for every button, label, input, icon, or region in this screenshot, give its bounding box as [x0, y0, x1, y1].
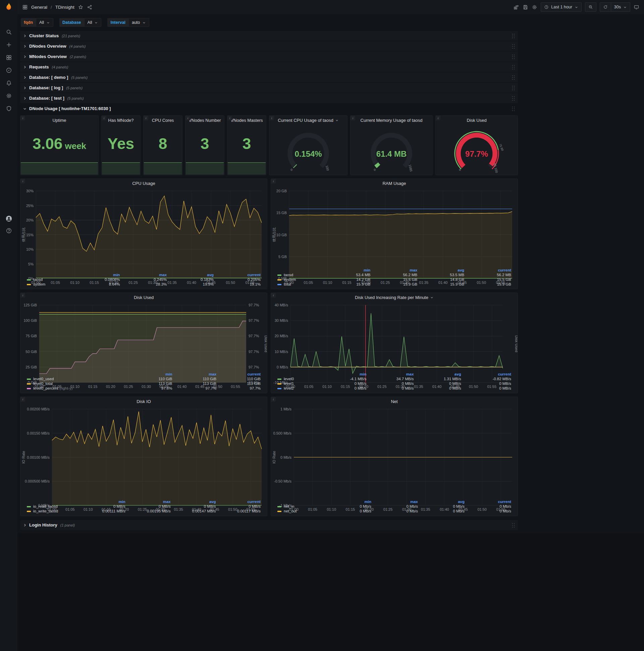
- legend-col-max[interactable]: max: [174, 372, 218, 376]
- row-dnodes-overview[interactable]: DNodes Overview(4 panels): [20, 41, 518, 51]
- row-drag-handle[interactable]: [512, 96, 515, 101]
- panel-title[interactable]: CPU Cores: [152, 118, 174, 123]
- legend-col-current[interactable]: current: [463, 372, 513, 376]
- legend-series-level0_percent[interactable]: level0_percent (right-y): [25, 386, 130, 391]
- panel-info-icon[interactable]: i: [21, 293, 25, 298]
- ram-usage-chart[interactable]: 0 MB5 GB10 GB15 GB20 GB01:0001:0501:1001…: [271, 188, 518, 268]
- legend-col-max[interactable]: max: [127, 499, 172, 504]
- legend-col-current[interactable]: current: [218, 499, 262, 504]
- panel-title[interactable]: VNodes Number: [189, 118, 221, 123]
- cpu-usage-chart[interactable]: 0%5%10%15%20%25%30%01:0001:0501:1001:150…: [21, 188, 267, 273]
- row-drag-handle[interactable]: [512, 33, 515, 39]
- row-drag-handle[interactable]: [512, 43, 515, 49]
- legend-series-net_in[interactable]: net_in: [276, 504, 326, 509]
- row-drag-handle[interactable]: [512, 64, 515, 70]
- row-cluster-status[interactable]: Cluster Status(21 panels): [20, 31, 518, 41]
- row-database-test[interactable]: Database: [ test ](5 panels): [20, 93, 518, 103]
- legend-col-current[interactable]: current: [466, 268, 513, 273]
- explore-compass-icon[interactable]: [6, 67, 12, 73]
- grafana-logo-icon[interactable]: [3, 2, 14, 13]
- legend-col-avg[interactable]: avg: [419, 268, 466, 273]
- legend-series-level0_used[interactable]: level0_used: [25, 376, 130, 381]
- legend-series-system[interactable]: system: [276, 277, 325, 282]
- row-drag-handle[interactable]: [512, 54, 515, 59]
- legend-series-io_write_taosd[interactable]: io_write_taosd: [25, 509, 83, 514]
- time-range-picker[interactable]: Last 1 hour: [541, 2, 582, 12]
- panel-title[interactable]: VNodes Masters: [230, 118, 263, 123]
- legend-series-level0[interactable]: level0: [276, 376, 321, 381]
- configuration-gear-icon[interactable]: [6, 93, 12, 99]
- variable-interval-value[interactable]: auto: [128, 18, 149, 27]
- variable-database-value[interactable]: All: [84, 18, 102, 27]
- panel-title[interactable]: Disk Used: [466, 118, 486, 123]
- legend-col-avg[interactable]: avg: [172, 499, 218, 504]
- search-icon[interactable]: [6, 29, 12, 35]
- create-plus-icon[interactable]: [6, 41, 12, 48]
- row-mnodes-overview[interactable]: MNodes Overview(2 panels): [20, 52, 518, 61]
- legend-series-level1[interactable]: level1: [276, 381, 321, 386]
- panel-info-icon[interactable]: i: [143, 116, 148, 121]
- admin-shield-icon[interactable]: [6, 105, 12, 112]
- legend-series-level2[interactable]: level2: [276, 386, 321, 391]
- legend-col-min[interactable]: min: [321, 372, 368, 376]
- row-requests[interactable]: Requests(4 panels): [20, 62, 518, 72]
- disk-io-chart[interactable]: 0 MB/s0.000500 MB/s0.00100 MB/s0.00150 M…: [21, 406, 267, 499]
- share-icon[interactable]: [87, 4, 93, 10]
- legend-series-taosd[interactable]: taosd: [25, 277, 75, 282]
- variable-fqdn-value[interactable]: All: [36, 18, 53, 27]
- row-drag-handle[interactable]: [512, 523, 515, 528]
- panel-info-icon[interactable]: i: [21, 397, 25, 402]
- row-drag-handle[interactable]: [512, 85, 515, 91]
- legend-series-io_read_taosd[interactable]: io_read_taosd: [25, 504, 83, 509]
- net-chart[interactable]: -1 Mb/s-0.50 Mb/s0 Mb/s0.500 Mb/s1 Mb/s0…: [271, 406, 518, 499]
- legend-col-max[interactable]: max: [372, 268, 419, 273]
- legend-col-min[interactable]: min: [326, 499, 373, 504]
- legend-col-current[interactable]: current: [218, 372, 262, 376]
- disk-rate-chart[interactable]: -10 MB/s0 MB/s10 MB/s20 MB/s30 MB/s40 MB…: [271, 302, 518, 372]
- panel-info-icon[interactable]: i: [271, 179, 276, 184]
- legend-col-min[interactable]: min: [325, 268, 372, 273]
- panel-info-icon[interactable]: i: [351, 116, 355, 121]
- panel-title[interactable]: Disk IO: [136, 399, 151, 404]
- panel-title[interactable]: RAM Usage: [382, 181, 406, 186]
- refresh-interval-select[interactable]: 30s: [611, 2, 630, 12]
- panel-info-icon[interactable]: i: [227, 116, 232, 121]
- legend-col-avg[interactable]: avg: [416, 372, 463, 376]
- panel-info-icon[interactable]: i: [186, 116, 190, 121]
- legend-col-min[interactable]: min: [130, 372, 174, 376]
- refresh-button[interactable]: [600, 2, 611, 12]
- panel-info-icon[interactable]: i: [271, 397, 276, 402]
- save-dashboard-icon[interactable]: [523, 4, 528, 10]
- legend-col-current[interactable]: current: [215, 273, 262, 277]
- row-drag-handle[interactable]: [512, 106, 515, 112]
- panel-title[interactable]: Disk Used Increasing Rate per Minute: [355, 295, 428, 300]
- user-avatar[interactable]: [6, 215, 12, 222]
- legend-col-min[interactable]: min: [75, 273, 122, 277]
- breadcrumb-section[interactable]: General: [31, 5, 47, 10]
- panel-info-icon[interactable]: i: [436, 116, 441, 121]
- legend-col-current[interactable]: current: [466, 499, 513, 504]
- legend-col-avg[interactable]: avg: [420, 499, 466, 504]
- legend-series-system[interactable]: system: [25, 282, 75, 286]
- legend-col-max[interactable]: max: [373, 499, 420, 504]
- star-icon[interactable]: [78, 4, 84, 10]
- panel-title[interactable]: CPU Usage: [132, 181, 155, 186]
- dashboard-settings-gear-icon[interactable]: [532, 4, 537, 10]
- row-dnode-usage[interactable]: DNode Usage [ huolinhe-TM1701:6030 ]: [20, 104, 518, 114]
- breadcrumb-page[interactable]: TDinsight: [55, 5, 74, 10]
- panel-info-icon[interactable]: i: [21, 179, 25, 184]
- panel-title[interactable]: Current CPU Usage of taosd: [278, 118, 333, 123]
- cycle-view-monitor-icon[interactable]: [634, 4, 639, 10]
- disk-used-chart[interactable]: 0 GiB97.6%25 GiB97.7%50 GiB97.7%75 GiB97…: [21, 302, 267, 372]
- legend-col-min[interactable]: min: [83, 499, 127, 504]
- legend-series-taosd[interactable]: taosd: [276, 273, 325, 277]
- alerting-bell-icon[interactable]: [6, 80, 12, 86]
- panel-info-icon[interactable]: i: [271, 293, 276, 298]
- panel-info-icon[interactable]: i: [102, 116, 106, 121]
- legend-col-max[interactable]: max: [121, 273, 168, 277]
- help-icon[interactable]: [6, 227, 12, 234]
- row-drag-handle[interactable]: [512, 75, 515, 80]
- legend-series-level0_total[interactable]: level0_total: [25, 381, 130, 386]
- panel-title[interactable]: Disk Used: [134, 295, 154, 300]
- dashboards-icon[interactable]: [6, 54, 12, 61]
